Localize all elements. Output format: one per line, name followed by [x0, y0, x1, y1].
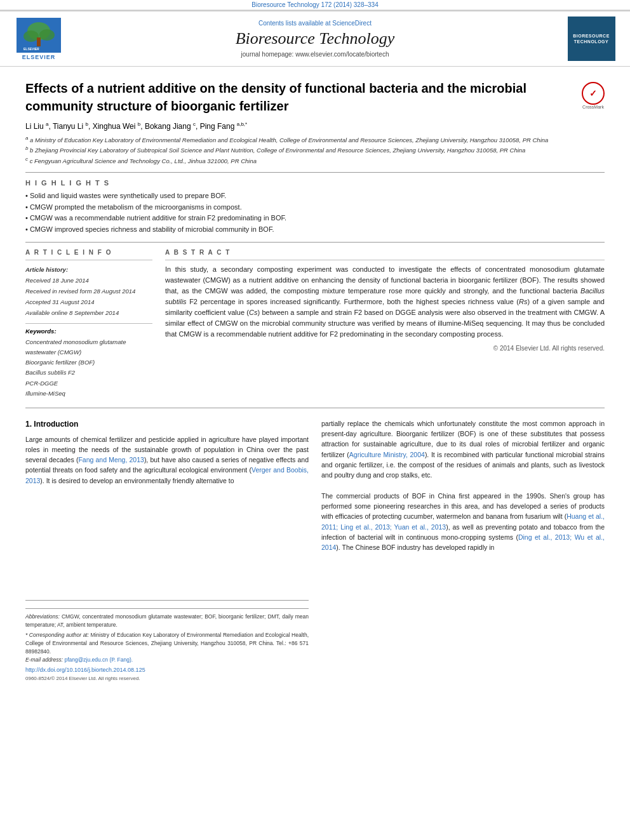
journal-title-heading: Bioresource Technology — [74, 29, 556, 48]
affil-a: a a Ministry of Education Key Laboratory… — [25, 135, 605, 145]
ref-agric-ministry[interactable]: Agriculture Ministry, 2004 — [349, 451, 425, 458]
footnotes: Abbreviations: CMGW, concentrated monoso… — [25, 608, 309, 664]
keyword-item: Bioorganic fertilizer (BOF) — [25, 357, 152, 368]
journal-homepage: journal homepage: www.elsevier.com/locat… — [74, 51, 556, 58]
divider-2 — [25, 242, 605, 243]
issn-text: 0960-8524/© 2014 Elsevier Ltd. All right… — [25, 675, 309, 683]
divider-1 — [25, 172, 605, 173]
affil-b: b b Zhejiang Provincial Key Laboratory o… — [25, 145, 605, 155]
abbrev-text: Abbreviations: CMGW, concentrated monoso… — [25, 613, 309, 629]
elsevier-logo: ELSEVIER ELSEVIER — [10, 18, 67, 60]
intro-para-1: Large amounts of chemical fertilizer and… — [25, 434, 309, 486]
email-text: E-mail address: pfang@zju.edu.cn (P. Fan… — [25, 656, 309, 664]
abs-divider — [165, 260, 605, 260]
footnote-divider — [25, 600, 309, 601]
ref-huang[interactable]: Huang et al., 2011; Ling et al., 2013; Y… — [321, 512, 605, 530]
highlight-item: Solid and liquid wastes were synthetical… — [25, 190, 605, 202]
info-abstract-row: A R T I C L E I N F O Article history: R… — [25, 249, 605, 399]
intro-heading: 1. Introduction — [25, 418, 309, 430]
copyright-text: © 2014 Elsevier Ltd. All rights reserved… — [165, 345, 605, 352]
abstract-label: A B S T R A C T — [165, 249, 605, 256]
article-info-label: A R T I C L E I N F O — [25, 249, 152, 256]
corresponding-text: * Corresponding author at: Ministry of E… — [25, 631, 309, 655]
bottom-footer: http://dx.doi.org/10.1016/j.biortech.201… — [25, 666, 309, 683]
accepted-date: Accepted 31 August 2014 — [25, 297, 152, 307]
journal-ref-text: Bioresource Technology 172 (2014) 328–33… — [251, 1, 378, 8]
abstract-col: A B S T R A C T In this study, a seconda… — [165, 249, 605, 399]
journal-logo-right: BIORESOURCETECHNOLOGY — [563, 17, 620, 61]
kw-divider — [25, 323, 152, 324]
article-history: Article history: Received 18 June 2014 R… — [25, 264, 152, 318]
crossmark-icon: ✓ — [582, 82, 605, 105]
ref-fang-meng[interactable]: Fang and Meng, 2013 — [78, 456, 144, 463]
paper-title: Effects of a nutrient additive on the de… — [25, 79, 605, 115]
highlights-title: H I G H L I G H T S — [25, 179, 605, 187]
highlights-section: H I G H L I G H T S Solid and liquid was… — [25, 179, 605, 235]
keyword-item: Illumine-MiSeq — [25, 389, 152, 399]
article-info-col: A R T I C L E I N F O Article history: R… — [25, 249, 152, 399]
sciencedirect-link[interactable]: Contents lists available at ScienceDirec… — [74, 20, 556, 27]
crossmark-symbol: ✓ — [589, 88, 597, 98]
revised-date: Received in revised form 28 August 2014 — [25, 286, 152, 297]
journal-ref-bar: Bioresource Technology 172 (2014) 328–33… — [0, 0, 630, 10]
journal-logo-text: BIORESOURCETECHNOLOGY — [573, 33, 610, 44]
body-col-right: partially replace the chemicals which un… — [321, 418, 605, 683]
highlight-item: CMGW was a recommendable nutrient additi… — [25, 213, 605, 224]
email-link[interactable]: pfang@zju.edu.cn (P. Fang). — [64, 657, 133, 663]
keywords-title: Keywords: — [25, 328, 152, 335]
intro-para-right-1: partially replace the chemicals which un… — [321, 418, 605, 481]
ref-ding[interactable]: Ding et al., 2013; Wu et al., 2014 — [321, 533, 605, 551]
svg-text:ELSEVIER: ELSEVIER — [23, 47, 39, 51]
highlight-item: CMGW prompted the metabolism of the micr… — [25, 202, 605, 213]
abstract-text: In this study, a secondary composting ex… — [165, 264, 605, 340]
divider-3 — [25, 408, 605, 408]
ref-verger[interactable]: Verger and Boobis, 2013 — [25, 466, 309, 484]
journal-center: Contents lists available at ScienceDirec… — [67, 20, 563, 58]
available-date: Available online 8 September 2014 — [25, 307, 152, 318]
keyword-item: Concentrated monosodium glutamate wastew… — [25, 337, 152, 357]
title-area: ✓ CrossMark Effects of a nutrient additi… — [25, 79, 605, 115]
svg-point-2 — [23, 30, 39, 42]
journal-logo-box: BIORESOURCETECHNOLOGY — [568, 17, 615, 61]
received-date: Received 18 June 2014 — [25, 275, 152, 286]
highlight-item: CMGW improved species richness and stabi… — [25, 224, 605, 236]
elsevier-tree-image: ELSEVIER — [17, 18, 61, 53]
history-label: Article history: — [25, 264, 152, 275]
intro-two-col: 1. Introduction Large amounts of chemica… — [25, 418, 605, 683]
svg-rect-4 — [37, 37, 41, 46]
body-section: 1. Introduction Large amounts of chemica… — [25, 418, 605, 683]
affiliations: a a Ministry of Education Key Laboratory… — [25, 135, 605, 166]
keywords-list: Concentrated monosodium glutamate wastew… — [25, 337, 152, 399]
keyword-item: PCR-DGGE — [25, 378, 152, 389]
crossmark: ✓ CrossMark — [582, 82, 605, 109]
intro-para-right-2: The commercial products of BOF in China … — [321, 491, 605, 553]
affil-c: c c Fengyuan Agricultural Science and Te… — [25, 156, 605, 166]
main-content: ✓ CrossMark Effects of a nutrient additi… — [0, 67, 630, 696]
keyword-item: Bacillus subtilis F2 — [25, 368, 152, 378]
elsevier-text: ELSEVIER — [22, 54, 56, 60]
ai-divider — [25, 260, 152, 260]
svg-point-3 — [39, 29, 55, 41]
keywords-section: Keywords: Concentrated monosodium glutam… — [25, 328, 152, 399]
authors-text: Li Liu a, Tianyu Li b, Xinghua Wei b, Bo… — [25, 122, 247, 131]
doi-link[interactable]: http://dx.doi.org/10.1016/j.biortech.201… — [25, 666, 309, 675]
journal-header: ELSEVIER ELSEVIER Contents lists availab… — [0, 10, 630, 67]
body-col-left: 1. Introduction Large amounts of chemica… — [25, 418, 309, 683]
highlights-list: Solid and liquid wastes were synthetical… — [25, 190, 605, 235]
footnote-area: Abbreviations: CMGW, concentrated monoso… — [25, 600, 309, 683]
authors-line: Li Liu a, Tianyu Li b, Xinghua Wei b, Bo… — [25, 121, 605, 131]
